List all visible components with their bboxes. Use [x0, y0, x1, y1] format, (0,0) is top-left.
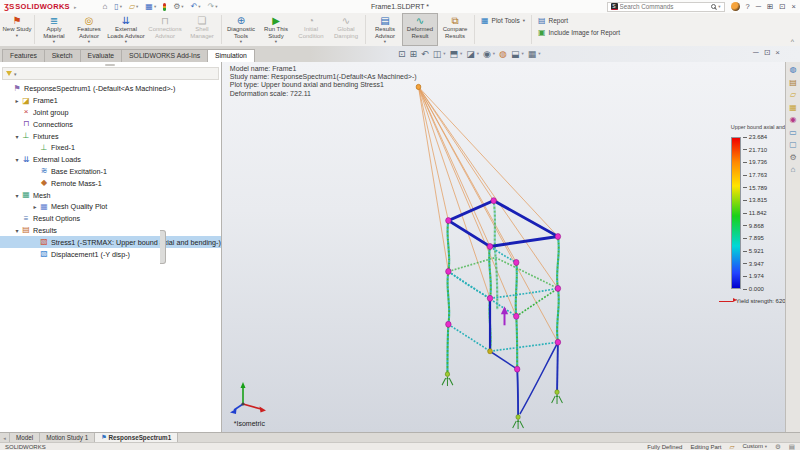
tab-motion-study-1[interactable]: Motion Study 1 [40, 433, 95, 442]
forum-icon[interactable]: ⌂ [791, 165, 796, 174]
tab-model[interactable]: Model [10, 433, 40, 442]
tree-item-displacement1[interactable]: ▧Displacement1 (-Y disp-) [0, 248, 221, 260]
zoom-to-fit-icon[interactable]: ⊡ [398, 48, 406, 60]
tab-simulation[interactable]: Simulation [207, 49, 255, 62]
tree-item-label: Mesh [33, 191, 51, 200]
tree-item-fixtures[interactable]: ▾⊥Fixtures [0, 130, 221, 142]
ribbon-button-results-advisor[interactable]: ▤ Results Advisor ▾ [368, 14, 402, 45]
view-settings-icon[interactable]: ▦ [528, 48, 537, 60]
user-avatar[interactable] [731, 2, 740, 11]
graphics-viewport[interactable]: Model name: Frame1 Study name: ResponseS… [222, 62, 785, 432]
tree-item-mesh[interactable]: ▾▦Mesh [0, 189, 221, 201]
doc-close-icon[interactable]: × [775, 48, 780, 58]
expand-icon[interactable]: ▾ [13, 133, 21, 140]
tab-sketch[interactable]: Sketch [44, 49, 81, 62]
rebuild-button[interactable] [163, 3, 166, 11]
ribbon-button-diagnostic-tools[interactable]: ⊕ Diagnostic Tools ▾ [224, 14, 258, 45]
zoom-to-area-icon[interactable]: ⊞ [410, 48, 418, 60]
ribbon-button-new-study[interactable]: ⚑ New Study ▾ [2, 14, 32, 45]
tree-item-results[interactable]: ▾▤Results [0, 225, 221, 237]
view-orientation-icon[interactable]: ⬒ [449, 48, 458, 60]
status-custom-dropdown[interactable]: Custom ▾ [742, 443, 767, 450]
search-input[interactable] [620, 3, 710, 10]
ribbon-button-features-advisor[interactable]: ◎ Features Advisor ▾ [72, 14, 106, 45]
panel-splitter-handle[interactable] [160, 230, 166, 264]
home-button[interactable]: ⌂ [102, 2, 107, 11]
expand-icon[interactable]: ▸ [13, 97, 21, 104]
tree-item-fixed-1[interactable]: ⊥Fixed-1 [0, 142, 221, 154]
redo-button[interactable]: ↷▾ [208, 2, 218, 11]
close-button[interactable]: × [792, 2, 796, 11]
tree-item-remote-mass-1[interactable]: ◆Remote Mass-1 [0, 177, 221, 189]
tree-item-stress1[interactable]: ▧Stress1 (-STRMAX: Upper bound axial and… [0, 236, 221, 248]
status-gear-icon[interactable]: ⚙ [775, 444, 781, 450]
options-button[interactable]: ⚙▾ [173, 2, 183, 11]
tree-item-base-excitation-1[interactable]: ≋Base Excitation-1 [0, 166, 221, 178]
expand-icon[interactable]: ▸ [31, 203, 39, 210]
scenes-icon[interactable]: ▭ [789, 128, 797, 137]
tree-item-result-options[interactable]: ≡Result Options [0, 213, 221, 225]
caret-icon[interactable]: ▾ [477, 48, 479, 60]
minimize-button[interactable]: ─ [756, 2, 761, 11]
save-button[interactable]: ▦▾ [145, 2, 156, 11]
section-view-icon[interactable]: ◫ [433, 48, 442, 60]
tab-solidworks-add-ins[interactable]: SOLIDWORKS Add-Ins [121, 49, 208, 62]
frame-legs [447, 221, 558, 417]
caret-icon[interactable]: ▾ [443, 48, 445, 60]
appearances-icon[interactable]: ◉ [790, 115, 797, 124]
tab-features[interactable]: Features [2, 49, 45, 62]
tree-item-mesh-quality-plot[interactable]: ▸▦Mesh Quality Plot [0, 201, 221, 213]
caret-icon[interactable]: ▾ [538, 48, 540, 60]
report-button[interactable]: ▤ Report [538, 16, 620, 25]
include-image-for-report-button[interactable]: ▣ Include Image for Report [538, 28, 620, 37]
new-document-button[interactable]: ▯▾ [114, 2, 122, 11]
ribbon-collapse-button[interactable]: ^ [791, 38, 794, 45]
file-explorer-icon[interactable]: ▱ [790, 90, 796, 99]
design-library-icon[interactable]: ▤ [789, 78, 797, 87]
display-style-icon[interactable]: ◪ [466, 48, 475, 60]
doc-minimize-icon[interactable]: ─ [753, 48, 759, 58]
view-palette-icon[interactable]: ▦ [789, 103, 797, 112]
expand-icon[interactable]: ▾ [13, 192, 21, 199]
edit-appearance-icon[interactable]: ◍ [499, 48, 507, 60]
ribbon-button-apply-material[interactable]: ≣ Apply Material ▾ [37, 14, 71, 45]
caret-icon[interactable]: ▾ [521, 48, 523, 60]
expand-icon[interactable]: ▾ [13, 227, 21, 234]
status-pane-icon[interactable]: ▤ [789, 444, 795, 450]
tab-response-spectrum-1[interactable]: ⚑ResponseSpectrum1 [95, 433, 178, 442]
undo-button[interactable]: ↶▾ [191, 2, 201, 11]
tab-evaluate[interactable]: Evaluate [80, 49, 122, 62]
window-layout-button[interactable]: ⊞ [767, 2, 773, 11]
ribbon-button-external-loads-advisor[interactable]: ⇊ External Loads Advisor ▾ [107, 14, 145, 45]
caret-icon: ▾ [765, 444, 767, 449]
search-commands-box[interactable]: S ▾ [607, 2, 725, 12]
ribbon-button-run-this-study[interactable]: ▶ Run This Study ▾ [259, 14, 293, 45]
tree-filter-bar[interactable]: ▾ [2, 67, 219, 80]
doc-restore-icon[interactable]: ⊡ [764, 48, 771, 58]
apply-scene-icon[interactable]: ⬓ [511, 48, 520, 60]
plot-tools-button[interactable]: ▦ Plot Tools ▾ [481, 16, 525, 25]
caret-icon[interactable]: ▾ [460, 48, 462, 60]
expand-icon[interactable]: ▾ [13, 156, 21, 163]
ribbon-button-compare-results[interactable]: ⧉ Compare Results [438, 14, 472, 45]
hide-show-items-icon[interactable]: ◉ [483, 48, 491, 60]
help-button[interactable]: ? [746, 2, 750, 11]
tree-item-external-loads[interactable]: ▾⇊External Loads [0, 154, 221, 166]
previous-view-icon[interactable]: ↶ [421, 48, 429, 60]
tab-scroll-icon[interactable]: ◂ [0, 433, 10, 442]
yield-strength-label: Yield strength: 620.422 [736, 298, 785, 304]
tree-item-joint-group[interactable]: ×Joint group [0, 107, 221, 119]
caret-icon[interactable]: ▾ [493, 48, 495, 60]
restore-button[interactable]: ⊡ [779, 2, 785, 11]
open-document-button[interactable]: ▱▾ [129, 2, 138, 11]
settings-icon[interactable]: ⚙ [789, 153, 796, 162]
tree-item-label: Fixtures [33, 132, 59, 141]
ribbon-button-deformed-result[interactable]: ∿ Deformed Result [403, 14, 437, 45]
solidworks-logo[interactable]: ƷS SOLIDWORKS ▸ [4, 2, 76, 11]
stress-plot-icon: ▧ [39, 237, 49, 247]
tree-item-connections[interactable]: ⊓Connections [0, 118, 221, 130]
custom-properties-icon[interactable]: ▢ [789, 140, 797, 149]
tree-item-frame1[interactable]: ▸◪Frame1 [0, 95, 221, 107]
tree-item-study-root[interactable]: ⚑ResponseSpectrum1 (-Default<As Machined… [0, 83, 221, 95]
sw-resources-icon[interactable]: ◍ [790, 65, 797, 74]
